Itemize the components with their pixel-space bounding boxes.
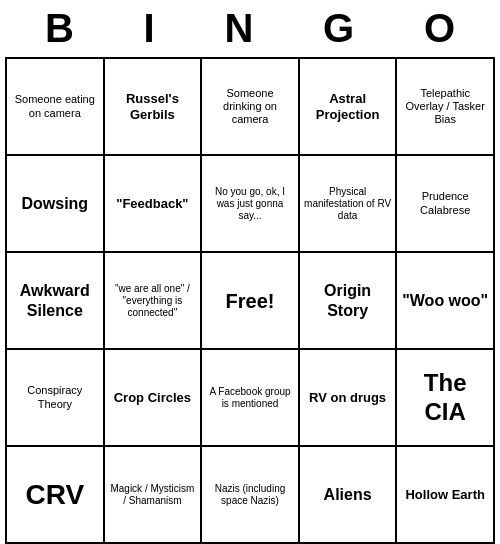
cell-r4-c2: Nazis (including space Nazis) [202, 447, 300, 544]
cell-r3-c1: Crop Circles [105, 350, 203, 447]
cell-r3-c2: A Facebook group is mentioned [202, 350, 300, 447]
cell-r4-c4: Hollow Earth [397, 447, 495, 544]
cell-r2-c2: Free! [202, 253, 300, 350]
cell-r4-c0: CRV [7, 447, 105, 544]
cell-r0-c3: Astral Projection [300, 59, 398, 156]
letter-b: B [45, 6, 74, 51]
cell-r2-c1: "we are all one" / "everything is connec… [105, 253, 203, 350]
cell-r1-c0: Dowsing [7, 156, 105, 253]
cell-r2-c0: Awkward Silence [7, 253, 105, 350]
letter-n: N [224, 6, 253, 51]
cell-r1-c4: Prudence Calabrese [397, 156, 495, 253]
cell-r4-c1: Magick / Mysticism / Shamanism [105, 447, 203, 544]
cell-r3-c4: The CIA [397, 350, 495, 447]
letter-g: G [323, 6, 354, 51]
cell-r4-c3: Aliens [300, 447, 398, 544]
cell-r3-c3: RV on drugs [300, 350, 398, 447]
cell-r0-c4: Telepathic Overlay / Tasker Bias [397, 59, 495, 156]
cell-r3-c0: Conspiracy Theory [7, 350, 105, 447]
bingo-header: B I N G O [0, 0, 500, 57]
cell-r0-c0: Someone eating on camera [7, 59, 105, 156]
cell-r1-c1: "Feedback" [105, 156, 203, 253]
letter-o: O [424, 6, 455, 51]
cell-r2-c4: "Woo woo" [397, 253, 495, 350]
cell-r0-c2: Someone drinking on camera [202, 59, 300, 156]
cell-r0-c1: Russel's Gerbils [105, 59, 203, 156]
cell-r1-c2: No you go, ok, I was just gonna say... [202, 156, 300, 253]
cell-r1-c3: Physical manifestation of RV data [300, 156, 398, 253]
bingo-grid: Someone eating on cameraRussel's Gerbils… [5, 57, 495, 544]
letter-i: I [144, 6, 155, 51]
cell-r2-c3: Origin Story [300, 253, 398, 350]
